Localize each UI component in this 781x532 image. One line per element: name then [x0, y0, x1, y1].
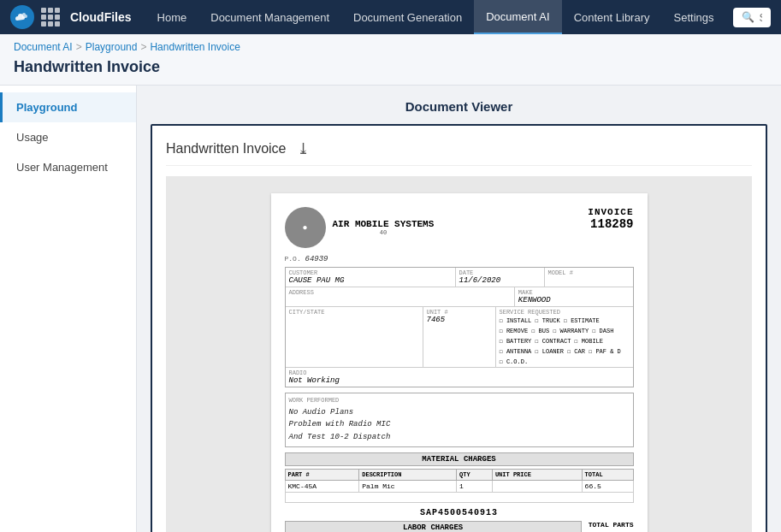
viewer-doc-title: Handwritten Invoice	[166, 141, 287, 157]
download-icon[interactable]: ⤓	[297, 139, 310, 158]
invoice-fields: CUSTOMER CAUSE PAU MG DATE 11/6/2020 MOD…	[285, 267, 634, 387]
labor-header: LABOR CHARGES TOTAL PARTS	[285, 521, 634, 532]
material-row: KMC-45A Palm Mic 1 66.5	[285, 481, 633, 493]
breadcrumb-sep-2: >	[140, 41, 146, 53]
invoice-paper: ● AIR MOBILE SYSTEMS 40 INVOICE 118289	[271, 193, 648, 532]
breadcrumb-sep-1: >	[76, 41, 82, 53]
search-input[interactable]	[760, 11, 763, 24]
viewer-box-header: Handwritten Invoice ⤓	[166, 139, 752, 166]
cloud-logo-icon	[10, 5, 34, 29]
nav-document-management[interactable]: Document Management	[198, 0, 341, 34]
breadcrumb-area: Document AI > Playground > Handwritten I…	[0, 34, 781, 86]
invoice-document: ● AIR MOBILE SYSTEMS 40 INVOICE 118289	[166, 176, 752, 532]
grid-menu-icon[interactable]	[41, 8, 60, 27]
search-bar[interactable]: 🔍	[733, 8, 772, 27]
invoice-logo: ●	[285, 207, 326, 248]
search-icon: 🔍	[742, 11, 754, 23]
sidebar-item-usage[interactable]: Usage	[0, 122, 136, 152]
nav-document-generation[interactable]: Document Generation	[341, 0, 474, 34]
company-text: AIR MOBILE SYSTEMS 40	[333, 219, 435, 236]
logo-area: CloudFiles	[10, 5, 132, 29]
viewer-header-title: Document Viewer	[151, 99, 767, 114]
page-title: Handwritten Invoice	[14, 55, 767, 81]
viewer-box: Handwritten Invoice ⤓ ● AIR MOBILE SYSTE…	[151, 124, 767, 532]
invoice-po-row: P.O. 64939	[285, 255, 634, 263]
nav-settings[interactable]: Settings	[662, 0, 726, 34]
viewer-panel: Document Viewer Handwritten Invoice ⤓ ●	[137, 86, 781, 532]
material-table: PART # DESCRIPTION QTY UNIT PRICE TOTAL …	[285, 469, 634, 503]
sidebar-item-user-management[interactable]: User Management	[0, 152, 136, 182]
nav-content-library[interactable]: Content Library	[562, 0, 662, 34]
app-name: CloudFiles	[70, 10, 132, 24]
breadcrumb: Document AI > Playground > Handwritten I…	[14, 41, 767, 53]
top-nav-bar: CloudFiles Home Document Management Docu…	[0, 0, 781, 34]
breadcrumb-handwritten-invoice[interactable]: Handwritten Invoice	[150, 41, 240, 53]
sidebar: Playground Usage User Management	[0, 86, 137, 532]
breadcrumb-playground[interactable]: Playground	[86, 41, 138, 53]
sidebar-item-playground[interactable]: Playground	[0, 92, 136, 122]
breadcrumb-document-ai[interactable]: Document AI	[14, 41, 73, 53]
nav-document-ai[interactable]: Document AI	[474, 0, 561, 34]
work-performed: WORK PERFORMED No Audio Plans Problem wi…	[285, 393, 634, 447]
sap-number: SAP4500540913	[285, 508, 634, 517]
invoice-number-box: INVOICE 118289	[588, 207, 633, 231]
main-content: Playground Usage User Management Documen…	[0, 86, 781, 532]
material-charges-title: MATERIAL CHARGES	[285, 452, 634, 466]
nav-links: Home Document Management Document Genera…	[145, 0, 726, 34]
nav-home[interactable]: Home	[145, 0, 199, 34]
